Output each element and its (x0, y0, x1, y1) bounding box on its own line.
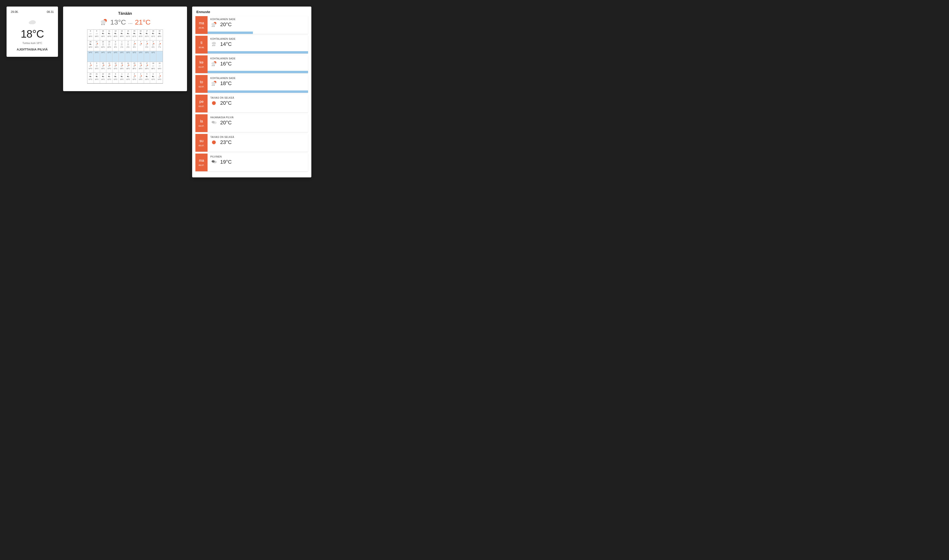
hour-label: 4 (140, 41, 141, 43)
hour-cell[interactable]: 1620°C (138, 62, 144, 73)
hour-cell[interactable]: 1920°C (156, 30, 163, 40)
current-date: 29.06. (11, 10, 18, 14)
hour-cell[interactable]: 1821°C (150, 30, 156, 40)
hour-cell[interactable]: 1418°C (125, 62, 131, 73)
hour-cell[interactable]: 1220°C (112, 30, 119, 40)
forecast-list: ma 29.06. KOHTALAINEN SADE 20°C ti 30.06… (195, 16, 308, 171)
hour-temp: 14°C (101, 52, 105, 53)
precipitation-bar (208, 51, 308, 54)
hour-temp: 19°C (108, 35, 111, 37)
hour-temp: 18°C (126, 68, 130, 69)
hour-cell[interactable]: 13°C (144, 51, 150, 62)
hour-cell[interactable]: 66°C (150, 40, 156, 51)
hour-temp: 13°C (108, 52, 111, 53)
forecast-item[interactable]: ma 06.07. PILVINEN 19°C (195, 154, 308, 171)
cloudy-dk-icon (151, 32, 155, 35)
hour-cell[interactable]: 1421°C (125, 30, 131, 40)
forecast-condition: KOHTALAINEN SADE (211, 77, 308, 80)
hour-cell[interactable]: 2118°C (94, 40, 100, 51)
hour-cell[interactable]: 313°C (131, 73, 138, 83)
hour-temp: 13°C (126, 52, 130, 53)
hour-cell[interactable]: 714°C (156, 73, 163, 83)
forecast-item[interactable]: pe 03.07. TAIVAS ON SELKEÄ 20°C (195, 95, 308, 112)
hour-cell[interactable]: 00°C (112, 40, 119, 51)
hour-cell[interactable]: 1119°C (106, 30, 113, 40)
hour-label: 2 (128, 41, 129, 43)
forecast-item[interactable]: ti 30.06. KOHTALAINEN SADE 14°C (195, 36, 308, 54)
hour-cell[interactable] (156, 51, 163, 62)
hour-cell[interactable]: 918°C (94, 30, 100, 40)
hour-cell[interactable]: 77°C (156, 40, 163, 51)
hour-cell[interactable]: 13°C (125, 51, 131, 62)
hour-temp: 20°C (132, 68, 136, 69)
hour-cell[interactable]: 1215°C (112, 62, 119, 73)
forecast-date-block: ti 30.06. (195, 36, 208, 54)
cloudy-dk-icon (114, 75, 117, 78)
hour-cell[interactable]: 1721°C (144, 30, 150, 40)
hour-cell[interactable]: 613°C (150, 73, 156, 83)
hour-cell[interactable]: 1015°C (100, 62, 106, 73)
hour-cell[interactable]: 1720°C (144, 62, 150, 73)
hour-cell[interactable]: 1320°C (119, 30, 125, 40)
hour-label: 11 (108, 30, 110, 32)
hour-cell[interactable]: 2019°C (88, 40, 94, 51)
hour-cell[interactable]: 22°C (125, 40, 131, 51)
hour-cell[interactable]: 1918°C (156, 62, 163, 73)
hour-cell[interactable]: 33°C (131, 40, 138, 51)
hour-cell[interactable]: 1520°C (131, 62, 138, 73)
hour-cell[interactable]: 13°C (131, 51, 138, 62)
cloudy-dk-icon (120, 32, 123, 35)
hour-cell[interactable]: 2222°C (100, 40, 106, 51)
hour-cell[interactable]: 13°C (119, 51, 125, 62)
hour-cell[interactable]: 1521°C (131, 30, 138, 40)
hour-cell[interactable]: 213°C (125, 73, 131, 83)
hour-cell[interactable]: 4 (138, 40, 144, 51)
hour-label: 5 (146, 73, 147, 75)
hour-cell[interactable]: 14°C (94, 51, 100, 62)
hour-cell[interactable]: 13°C (150, 51, 156, 62)
forecast-temperature: 20°C (220, 100, 232, 106)
hour-cell[interactable]: 14°C (100, 51, 106, 62)
forecast-item[interactable]: ke 01.07. KOHTALAINEN SADE 16°C (195, 55, 308, 73)
hour-label: 17 (146, 62, 148, 64)
hour-cell[interactable]: 113°C (119, 73, 125, 83)
forecast-item[interactable]: la 04.07. HAJANAISIA PILVIÄ 20°C (195, 114, 308, 132)
hour-cell[interactable]: 1820°C (150, 62, 156, 73)
hour-cell[interactable]: 915°C (94, 62, 100, 73)
rain-sun-icon (120, 65, 123, 67)
hour-cell[interactable]: 413°C (138, 73, 144, 83)
hour-cell[interactable]: 13°C (138, 51, 144, 62)
forecast-item[interactable]: su 05.07. TAIVAS ON SELKEÄ 23°C (195, 134, 308, 152)
hour-cell[interactable]: 2313°C (106, 73, 113, 83)
forecast-condition: KOHTALAINEN SADE (211, 57, 308, 60)
hour-label: 1 (121, 41, 122, 43)
hour-cell[interactable]: 13°C (106, 51, 113, 62)
forecast-item[interactable]: ma 29.06. KOHTALAINEN SADE 20°C (195, 16, 308, 34)
forecast-weekday: ke (200, 60, 204, 65)
hour-cell[interactable]: 814°C (88, 62, 94, 73)
hour-cell[interactable]: 1114°C (106, 62, 113, 73)
hour-cell[interactable]: 513°C (144, 73, 150, 83)
hour-cell[interactable]: 2116°C (94, 73, 100, 83)
hour-label: 20 (89, 41, 91, 43)
hour-cell[interactable]: 14°C (88, 51, 94, 62)
forecast-date-block: pe 03.07. (195, 95, 208, 112)
hour-cell[interactable]: 013°C (112, 73, 119, 83)
hour-cell[interactable]: 11°C (119, 40, 125, 51)
forecast-temperature: 16°C (220, 61, 232, 67)
hour-cell[interactable]: 2323°C (106, 40, 113, 51)
hour-cell[interactable]: 55°C (144, 40, 150, 51)
hour-cell[interactable]: 13°C (112, 51, 119, 62)
hour-cell[interactable]: 2017°C (88, 73, 94, 83)
hour-cell[interactable]: 1018°C (100, 30, 106, 40)
hour-label: 9 (96, 62, 97, 64)
hour-cell[interactable]: 818°C (88, 30, 94, 40)
hour-label: 8 (90, 62, 91, 64)
hour-cell[interactable]: 1318°C (119, 62, 125, 73)
forecast-item[interactable]: to 02.07. KOHTALAINEN SADE 18°C (195, 75, 308, 93)
hour-cell[interactable]: 2214°C (100, 73, 106, 83)
rain-icon (102, 43, 105, 46)
hour-temp: 14°C (89, 68, 92, 69)
hourly-grid: 818°C918°C1018°C1119°C1220°C1320°C1421°C… (87, 29, 163, 84)
hour-cell[interactable]: 1621°C (138, 30, 144, 40)
